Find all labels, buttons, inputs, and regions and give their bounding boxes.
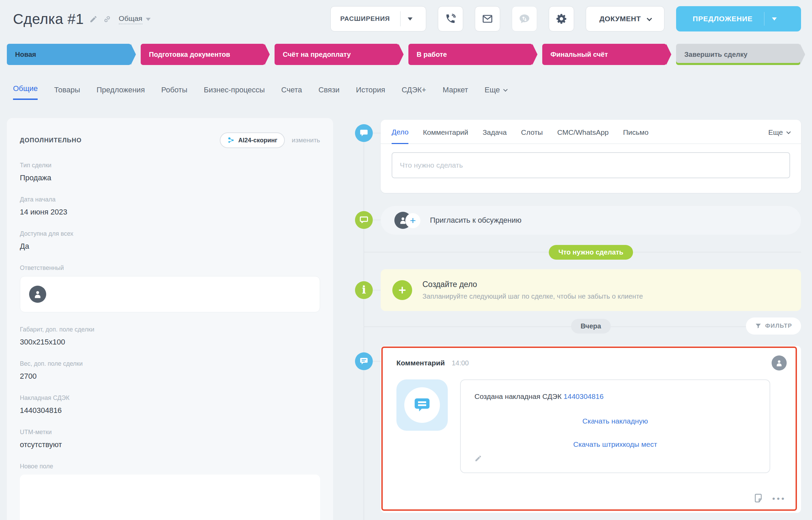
timeline-line [364,134,364,520]
comment-message: Создана накладная СДЭК 1440304816 Скачат… [460,379,770,473]
tab-cdek[interactable]: СДЭК+ [402,86,426,100]
chat-app-icon [413,396,431,414]
stage-docs[interactable]: Подготовка документов [141,44,265,65]
comment-app-tile [396,379,448,431]
comment-author-avatar[interactable] [772,355,787,370]
field-value[interactable]: Продажа [20,173,320,182]
ai-scoring-badge[interactable]: AI24-скоринг [220,132,285,148]
field-value[interactable]: 2700 [20,372,320,381]
copy-link-icon[interactable] [103,15,111,23]
field-value[interactable]: 300x215x100 [20,338,320,347]
extensions-button[interactable]: РАСШИРЕНИЯ [330,6,426,31]
funnel-icon [755,323,762,329]
note-icon [753,493,763,503]
tab-products[interactable]: Товары [54,86,80,100]
create-case-subtitle: Запланируйте следующий шаг по сделке, чт… [422,292,643,300]
chevron-down-icon [408,17,413,21]
tab-quotes[interactable]: Предложения [97,86,145,100]
stage-prepay-invoice[interactable]: Счёт на предоплату [275,44,399,65]
field-value[interactable]: Да [20,242,320,251]
todo-badge[interactable]: Что нужно сделать [549,245,633,260]
mail-button[interactable] [475,6,500,31]
tab-case[interactable]: Дело [392,128,408,144]
add-case-button[interactable] [392,280,412,300]
composer-tabs: Дело Комментарий Задача Слоты СМС/WhatsA… [381,120,801,144]
document-button[interactable]: ДОКУМЕНТ [586,6,664,31]
person-icon [33,289,43,299]
create-case-title[interactable]: Создайте дело [422,280,643,289]
speech-bubble-outline-icon [359,215,369,225]
envelope-icon [482,13,493,24]
filter-button[interactable]: ФИЛЬТР [746,317,801,335]
stage-new[interactable]: Новая [7,44,131,65]
download-invoice-link[interactable]: Скачать накладную [582,417,648,425]
field-start-date: Дата начала 14 июня 2023 [20,196,320,217]
field-label: UTM-метки [20,429,320,436]
invoice-number-link[interactable]: 1440304816 [563,392,604,400]
field-label: Новое поле [20,463,320,470]
activity-bubble-icon [355,124,373,142]
tab-more[interactable]: Еще [484,86,507,100]
extensions-dropdown[interactable] [401,17,420,21]
tab-composer-more[interactable]: Еще [768,128,790,143]
chat-transfer-button [512,6,537,31]
tab-invoices[interactable]: Счета [281,86,302,100]
info-icon: i [355,281,373,299]
chevron-down-icon [786,130,791,134]
pin-note-icon[interactable] [753,493,763,505]
tab-slots[interactable]: Слоты [521,128,543,143]
edit-title-icon[interactable] [89,15,98,23]
tab-task[interactable]: Задача [483,128,507,143]
pipeline-name: Общая [119,14,142,24]
call-button[interactable] [438,6,463,31]
network-icon [227,136,235,144]
details-panel: ДОПОЛНИТЕЛЬНО AI24-скоринг изменить Тип … [7,118,333,520]
page-title: Сделка #1 [13,11,84,27]
avatar [29,286,46,303]
stage-final-invoice[interactable]: Финальный счёт [542,44,667,65]
more-actions-icon[interactable]: ••• [772,495,786,503]
date-badge[interactable]: Вчера [571,319,611,334]
invite-discussion[interactable]: + Пригласить к обсуждению [381,206,801,235]
tab-letter[interactable]: Письмо [623,128,648,143]
comment-bubble-icon [355,352,373,370]
field-cdek-invoice: Накладная СДЭК 1440304816 [20,394,320,415]
tab-bizproc[interactable]: Бизнес-процессы [204,86,265,100]
field-label: Доступна для всех [20,230,320,237]
tab-links[interactable]: Связи [318,86,340,100]
pipeline-selector[interactable]: Общая [119,14,151,24]
chat-transfer-icon [519,13,530,25]
field-value[interactable]: 14 июня 2023 [20,208,320,217]
proposal-button[interactable]: ПРЕДЛОЖЕНИЕ [676,6,801,31]
tab-robots[interactable]: Роботы [161,86,187,100]
new-field-input[interactable] [20,474,320,520]
responsible-card[interactable] [20,276,320,312]
comment-type-label: Комментарий [396,359,445,367]
tab-market[interactable]: Маркет [443,86,468,100]
proposal-label: ПРЕДЛОЖЕНИЕ [693,15,753,23]
edit-fields-link[interactable]: изменить [292,136,320,144]
tab-history[interactable]: История [356,86,385,100]
stage-in-progress[interactable]: В работе [408,44,533,65]
proposal-dropdown[interactable] [764,17,784,21]
extensions-label: РАСШИРЕНИЯ [340,15,390,23]
field-deal-type: Тип сделки Продажа [20,162,320,182]
create-case-card: Создайте дело Запланируйте следующий шаг… [381,269,801,311]
pencil-icon [474,455,482,462]
field-value[interactable]: отсутствуют [20,440,320,449]
chevron-down-icon [772,17,777,21]
download-barcodes-link[interactable]: Скачать штрихкоды мест [573,440,657,448]
edit-comment-icon[interactable] [474,455,482,464]
field-utm: UTM-метки отсутствуют [20,429,320,449]
field-responsible: Ответственный [20,264,320,312]
tab-comment[interactable]: Комментарий [423,128,468,143]
tab-general[interactable]: Общие [13,84,38,100]
field-value[interactable]: 1440304816 [20,406,320,415]
tab-sms-whatsapp[interactable]: СМС/WhatsApp [557,128,609,143]
person-icon [775,359,784,367]
stage-close-deal[interactable]: Завершить сделку [676,44,800,65]
chevron-down-icon [503,87,508,92]
plus-icon: + [405,213,420,228]
todo-input[interactable] [392,152,790,178]
settings-button[interactable] [549,6,574,31]
